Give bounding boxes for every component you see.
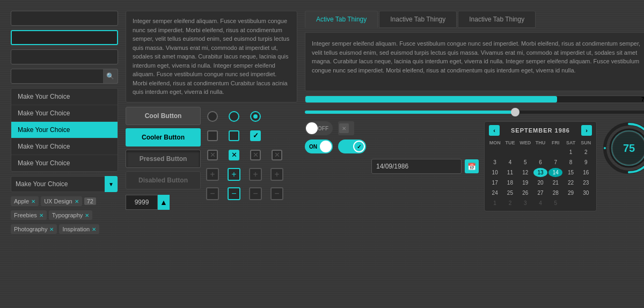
tag-inspiration[interactable]: Inspiration ✕ bbox=[59, 224, 99, 234]
tab-active[interactable]: Active Tab Thingy bbox=[305, 11, 378, 28]
pressed-button[interactable]: Pressed Button bbox=[126, 150, 201, 168]
spinbox-up[interactable]: ▲ bbox=[158, 195, 170, 210]
cal-day-9[interactable]: 9 bbox=[579, 158, 593, 167]
radio-1[interactable] bbox=[205, 109, 220, 124]
tag-ux-design-remove[interactable]: ✕ bbox=[75, 199, 79, 204]
spinbox-input[interactable] bbox=[126, 195, 158, 210]
nav-list: Make Your Choice Make Your Choice Make Y… bbox=[11, 88, 118, 172]
progress-fill bbox=[305, 96, 557, 102]
tag-inspiration-remove[interactable]: ✕ bbox=[92, 226, 96, 232]
text-input-2[interactable] bbox=[11, 30, 118, 45]
date-input[interactable] bbox=[371, 159, 462, 174]
cal-day-28[interactable]: 28 bbox=[548, 188, 562, 197]
search-button[interactable]: 🔍 bbox=[103, 69, 118, 84]
minus-3[interactable]: − bbox=[248, 186, 263, 201]
cal-day-27[interactable]: 27 bbox=[533, 188, 547, 197]
checkbox-2[interactable] bbox=[226, 128, 241, 143]
checkbox-3[interactable] bbox=[248, 128, 263, 143]
calendar-next[interactable]: › bbox=[581, 125, 592, 136]
spinbox: ▲ bbox=[126, 195, 201, 210]
cross-3[interactable]: ✕ bbox=[248, 148, 263, 163]
cross-1[interactable]: ✕ bbox=[205, 148, 220, 163]
minus-1[interactable]: − bbox=[205, 186, 220, 201]
cal-day-22[interactable]: 22 bbox=[564, 178, 577, 187]
toggle-off[interactable]: OFF bbox=[305, 121, 333, 135]
toggle-row-2: ON ✓ bbox=[305, 140, 366, 153]
plus-4[interactable]: + bbox=[269, 167, 284, 182]
cal-day-15[interactable]: 15 bbox=[564, 168, 577, 177]
cross-4[interactable]: ✕ bbox=[269, 148, 284, 163]
checkbox-outer-1 bbox=[207, 130, 218, 141]
cal-day-7[interactable]: 7 bbox=[548, 158, 562, 167]
tag-typography-remove[interactable]: ✕ bbox=[85, 212, 89, 218]
nav-item-2[interactable]: Make Your Choice bbox=[11, 105, 118, 122]
tab-inactive-1[interactable]: Inactive Tab Thingy bbox=[379, 11, 457, 28]
checkbox-outer-2 bbox=[229, 130, 239, 141]
cal-day-20[interactable]: 20 bbox=[533, 178, 547, 187]
dropdown[interactable]: Make Your Choice ▼ bbox=[11, 176, 118, 192]
cal-day-30[interactable]: 30 bbox=[579, 188, 593, 197]
tag-photography-remove[interactable]: ✕ bbox=[49, 226, 54, 232]
cal-day-24[interactable]: 24 bbox=[488, 188, 502, 197]
cal-day-1[interactable]: 1 bbox=[564, 148, 577, 157]
cal-day-16[interactable]: 16 bbox=[579, 168, 593, 177]
cal-day-10[interactable]: 10 bbox=[488, 168, 502, 177]
tag-ux-design[interactable]: UX Design ✕ bbox=[41, 196, 82, 206]
tag-photography[interactable]: Photography ✕ bbox=[11, 224, 57, 234]
cal-day-29[interactable]: 29 bbox=[564, 188, 577, 197]
gauge-section: 75 bbox=[602, 121, 644, 175]
cal-day-17[interactable]: 17 bbox=[488, 178, 502, 187]
nav-item-1[interactable]: Make Your Choice bbox=[11, 89, 118, 105]
cal-day-6[interactable]: 6 bbox=[533, 158, 547, 167]
plus-1[interactable]: + bbox=[205, 167, 220, 182]
cool-button[interactable]: Cool Button bbox=[126, 107, 201, 125]
calendar-header: ‹ SEPTEMBER 1986 › bbox=[488, 125, 593, 136]
cal-day-23[interactable]: 23 bbox=[579, 178, 593, 187]
cal-day-19[interactable]: 19 bbox=[518, 178, 532, 187]
icon-toggle-check: ✓ bbox=[353, 141, 365, 152]
cal-day-14[interactable]: 14 bbox=[548, 168, 562, 177]
cal-day-3[interactable]: 3 bbox=[488, 158, 502, 167]
cal-day-11[interactable]: 11 bbox=[503, 168, 517, 177]
toggle-on[interactable]: ON bbox=[305, 140, 333, 153]
text-input-3[interactable] bbox=[11, 49, 118, 64]
toggle-off-2[interactable]: ✕ bbox=[338, 121, 354, 135]
slider-thumb[interactable] bbox=[511, 108, 519, 116]
search-input[interactable] bbox=[11, 69, 118, 84]
cal-day-18[interactable]: 18 bbox=[503, 178, 517, 187]
minus-4[interactable]: − bbox=[269, 186, 284, 201]
tag-freebies[interactable]: Freebies ✕ bbox=[11, 210, 47, 220]
cal-day-26[interactable]: 26 bbox=[518, 188, 532, 197]
cal-day-12[interactable]: 12 bbox=[518, 168, 532, 177]
calendar-prev[interactable]: ‹ bbox=[489, 125, 500, 136]
minus-2[interactable]: − bbox=[226, 186, 241, 201]
icon-toggle-on[interactable]: ✓ bbox=[338, 140, 366, 153]
cal-day-21[interactable]: 21 bbox=[548, 178, 562, 187]
cal-day-25[interactable]: 25 bbox=[503, 188, 517, 197]
text-input-1[interactable] bbox=[11, 11, 118, 26]
nav-item-4[interactable]: Make Your Choice bbox=[11, 138, 118, 155]
plus-3[interactable]: + bbox=[248, 167, 263, 182]
tag-freebies-remove[interactable]: ✕ bbox=[39, 212, 43, 218]
tag-typography[interactable]: Typography ✕ bbox=[49, 210, 92, 220]
tag-apple[interactable]: Apple ✕ bbox=[11, 196, 39, 206]
nav-item-5[interactable]: Make Your Choice bbox=[11, 155, 118, 171]
minus-ctrl-2: − bbox=[228, 187, 240, 200]
nav-item-3[interactable]: Make Your Choice bbox=[11, 122, 118, 138]
plus-2[interactable]: + bbox=[226, 167, 241, 182]
cal-day-8[interactable]: 8 bbox=[564, 158, 577, 167]
radio-2[interactable] bbox=[226, 109, 241, 124]
plus-ctrl-4: + bbox=[270, 168, 283, 181]
cal-day-4[interactable]: 4 bbox=[503, 158, 517, 167]
tag-apple-remove[interactable]: ✕ bbox=[31, 199, 35, 204]
radio-3[interactable] bbox=[248, 109, 263, 124]
cross-2[interactable]: ✕ bbox=[226, 148, 241, 163]
cal-day-13[interactable]: 13 bbox=[533, 168, 547, 177]
tab-inactive-2[interactable]: Inactive Tab Thingy bbox=[458, 11, 536, 28]
cooler-button[interactable]: Cooler Button bbox=[126, 128, 201, 146]
calendar-icon[interactable]: 📅 bbox=[465, 159, 479, 173]
cal-day-2[interactable]: 2 bbox=[579, 148, 593, 157]
checkbox-1[interactable] bbox=[205, 128, 220, 143]
slider[interactable] bbox=[305, 111, 644, 114]
cal-day-5[interactable]: 5 bbox=[518, 158, 532, 167]
